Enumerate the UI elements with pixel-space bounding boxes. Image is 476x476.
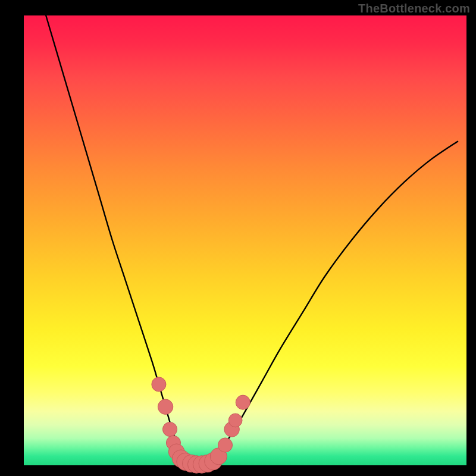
watermark-text: TheBottleneck.com — [358, 2, 470, 15]
curve-marker — [228, 414, 242, 427]
curve-marker — [158, 399, 173, 414]
curve-marker — [162, 422, 177, 436]
curve-marker — [152, 377, 166, 392]
chart-frame: TheBottleneck.com — [0, 0, 476, 476]
curve-marker — [218, 438, 232, 452]
plot-area — [24, 15, 466, 465]
curve-marker — [236, 395, 250, 409]
chart-svg — [24, 15, 466, 465]
bottleneck-curve — [46, 15, 458, 465]
curve-markers — [152, 377, 250, 473]
